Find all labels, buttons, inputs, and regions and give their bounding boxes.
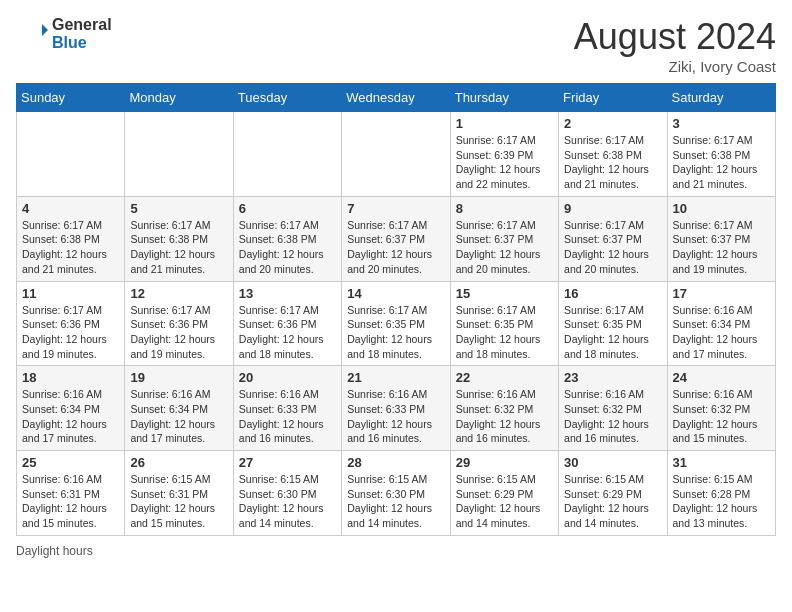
calendar-cell: 16Sunrise: 6:17 AM Sunset: 6:35 PM Dayli…: [559, 281, 667, 366]
day-number: 20: [239, 370, 336, 385]
calendar-week-4: 18Sunrise: 6:16 AM Sunset: 6:34 PM Dayli…: [17, 366, 776, 451]
day-info: Sunrise: 6:17 AM Sunset: 6:35 PM Dayligh…: [347, 303, 444, 362]
day-info: Sunrise: 6:16 AM Sunset: 6:32 PM Dayligh…: [564, 387, 661, 446]
day-info: Sunrise: 6:15 AM Sunset: 6:30 PM Dayligh…: [239, 472, 336, 531]
day-number: 18: [22, 370, 119, 385]
calendar-week-3: 11Sunrise: 6:17 AM Sunset: 6:36 PM Dayli…: [17, 281, 776, 366]
day-number: 23: [564, 370, 661, 385]
calendar-cell: 20Sunrise: 6:16 AM Sunset: 6:33 PM Dayli…: [233, 366, 341, 451]
day-info: Sunrise: 6:16 AM Sunset: 6:32 PM Dayligh…: [673, 387, 770, 446]
day-info: Sunrise: 6:17 AM Sunset: 6:38 PM Dayligh…: [564, 133, 661, 192]
calendar-cell: 31Sunrise: 6:15 AM Sunset: 6:28 PM Dayli…: [667, 451, 775, 536]
day-number: 30: [564, 455, 661, 470]
calendar-cell: 19Sunrise: 6:16 AM Sunset: 6:34 PM Dayli…: [125, 366, 233, 451]
calendar-cell: 5Sunrise: 6:17 AM Sunset: 6:38 PM Daylig…: [125, 196, 233, 281]
calendar-cell: 13Sunrise: 6:17 AM Sunset: 6:36 PM Dayli…: [233, 281, 341, 366]
day-number: 14: [347, 286, 444, 301]
calendar-cell: 3Sunrise: 6:17 AM Sunset: 6:38 PM Daylig…: [667, 112, 775, 197]
day-number: 16: [564, 286, 661, 301]
day-number: 6: [239, 201, 336, 216]
day-header-monday: Monday: [125, 84, 233, 112]
calendar-cell: 7Sunrise: 6:17 AM Sunset: 6:37 PM Daylig…: [342, 196, 450, 281]
calendar-cell: 9Sunrise: 6:17 AM Sunset: 6:37 PM Daylig…: [559, 196, 667, 281]
calendar-cell: [125, 112, 233, 197]
day-number: 8: [456, 201, 553, 216]
day-number: 2: [564, 116, 661, 131]
title-block: August 2024 Ziki, Ivory Coast: [574, 16, 776, 75]
day-number: 10: [673, 201, 770, 216]
calendar-cell: 21Sunrise: 6:16 AM Sunset: 6:33 PM Dayli…: [342, 366, 450, 451]
day-header-saturday: Saturday: [667, 84, 775, 112]
calendar-cell: 26Sunrise: 6:15 AM Sunset: 6:31 PM Dayli…: [125, 451, 233, 536]
day-info: Sunrise: 6:17 AM Sunset: 6:39 PM Dayligh…: [456, 133, 553, 192]
calendar-cell: 25Sunrise: 6:16 AM Sunset: 6:31 PM Dayli…: [17, 451, 125, 536]
calendar-cell: [233, 112, 341, 197]
calendar-cell: 18Sunrise: 6:16 AM Sunset: 6:34 PM Dayli…: [17, 366, 125, 451]
day-info: Sunrise: 6:17 AM Sunset: 6:37 PM Dayligh…: [564, 218, 661, 277]
day-header-friday: Friday: [559, 84, 667, 112]
calendar-cell: 10Sunrise: 6:17 AM Sunset: 6:37 PM Dayli…: [667, 196, 775, 281]
day-number: 11: [22, 286, 119, 301]
day-number: 3: [673, 116, 770, 131]
calendar-cell: 6Sunrise: 6:17 AM Sunset: 6:38 PM Daylig…: [233, 196, 341, 281]
day-number: 19: [130, 370, 227, 385]
calendar-table: SundayMondayTuesdayWednesdayThursdayFrid…: [16, 83, 776, 536]
day-number: 26: [130, 455, 227, 470]
day-info: Sunrise: 6:16 AM Sunset: 6:34 PM Dayligh…: [673, 303, 770, 362]
calendar-cell: 15Sunrise: 6:17 AM Sunset: 6:35 PM Dayli…: [450, 281, 558, 366]
logo-general: General: [52, 16, 112, 34]
day-number: 27: [239, 455, 336, 470]
calendar-cell: 4Sunrise: 6:17 AM Sunset: 6:38 PM Daylig…: [17, 196, 125, 281]
calendar-cell: 23Sunrise: 6:16 AM Sunset: 6:32 PM Dayli…: [559, 366, 667, 451]
location-subtitle: Ziki, Ivory Coast: [574, 58, 776, 75]
day-number: 12: [130, 286, 227, 301]
day-number: 9: [564, 201, 661, 216]
day-info: Sunrise: 6:17 AM Sunset: 6:35 PM Dayligh…: [564, 303, 661, 362]
day-info: Sunrise: 6:16 AM Sunset: 6:34 PM Dayligh…: [130, 387, 227, 446]
day-info: Sunrise: 6:17 AM Sunset: 6:36 PM Dayligh…: [130, 303, 227, 362]
calendar-cell: 14Sunrise: 6:17 AM Sunset: 6:35 PM Dayli…: [342, 281, 450, 366]
day-info: Sunrise: 6:17 AM Sunset: 6:37 PM Dayligh…: [456, 218, 553, 277]
calendar-week-1: 1Sunrise: 6:17 AM Sunset: 6:39 PM Daylig…: [17, 112, 776, 197]
day-info: Sunrise: 6:16 AM Sunset: 6:31 PM Dayligh…: [22, 472, 119, 531]
page-header: General Blue August 2024 Ziki, Ivory Coa…: [16, 16, 776, 75]
day-number: 13: [239, 286, 336, 301]
logo-blue: Blue: [52, 34, 112, 52]
day-header-sunday: Sunday: [17, 84, 125, 112]
day-info: Sunrise: 6:17 AM Sunset: 6:38 PM Dayligh…: [673, 133, 770, 192]
day-number: 31: [673, 455, 770, 470]
day-number: 21: [347, 370, 444, 385]
day-number: 17: [673, 286, 770, 301]
day-number: 5: [130, 201, 227, 216]
day-info: Sunrise: 6:17 AM Sunset: 6:35 PM Dayligh…: [456, 303, 553, 362]
day-number: 7: [347, 201, 444, 216]
calendar-cell: [17, 112, 125, 197]
day-info: Sunrise: 6:15 AM Sunset: 6:30 PM Dayligh…: [347, 472, 444, 531]
day-info: Sunrise: 6:17 AM Sunset: 6:37 PM Dayligh…: [347, 218, 444, 277]
day-info: Sunrise: 6:16 AM Sunset: 6:32 PM Dayligh…: [456, 387, 553, 446]
calendar-cell: 2Sunrise: 6:17 AM Sunset: 6:38 PM Daylig…: [559, 112, 667, 197]
day-info: Sunrise: 6:17 AM Sunset: 6:36 PM Dayligh…: [239, 303, 336, 362]
calendar-cell: 22Sunrise: 6:16 AM Sunset: 6:32 PM Dayli…: [450, 366, 558, 451]
calendar-cell: [342, 112, 450, 197]
day-info: Sunrise: 6:17 AM Sunset: 6:38 PM Dayligh…: [239, 218, 336, 277]
day-number: 29: [456, 455, 553, 470]
day-number: 28: [347, 455, 444, 470]
day-info: Sunrise: 6:15 AM Sunset: 6:29 PM Dayligh…: [564, 472, 661, 531]
day-info: Sunrise: 6:16 AM Sunset: 6:33 PM Dayligh…: [239, 387, 336, 446]
calendar-cell: 12Sunrise: 6:17 AM Sunset: 6:36 PM Dayli…: [125, 281, 233, 366]
footer: Daylight hours: [16, 544, 776, 558]
calendar-cell: 28Sunrise: 6:15 AM Sunset: 6:30 PM Dayli…: [342, 451, 450, 536]
calendar-cell: 29Sunrise: 6:15 AM Sunset: 6:29 PM Dayli…: [450, 451, 558, 536]
day-number: 24: [673, 370, 770, 385]
month-year-title: August 2024: [574, 16, 776, 58]
day-info: Sunrise: 6:15 AM Sunset: 6:31 PM Dayligh…: [130, 472, 227, 531]
day-info: Sunrise: 6:17 AM Sunset: 6:36 PM Dayligh…: [22, 303, 119, 362]
calendar-cell: 11Sunrise: 6:17 AM Sunset: 6:36 PM Dayli…: [17, 281, 125, 366]
calendar-cell: 27Sunrise: 6:15 AM Sunset: 6:30 PM Dayli…: [233, 451, 341, 536]
day-info: Sunrise: 6:17 AM Sunset: 6:38 PM Dayligh…: [130, 218, 227, 277]
day-number: 15: [456, 286, 553, 301]
day-header-thursday: Thursday: [450, 84, 558, 112]
day-number: 4: [22, 201, 119, 216]
day-info: Sunrise: 6:15 AM Sunset: 6:28 PM Dayligh…: [673, 472, 770, 531]
